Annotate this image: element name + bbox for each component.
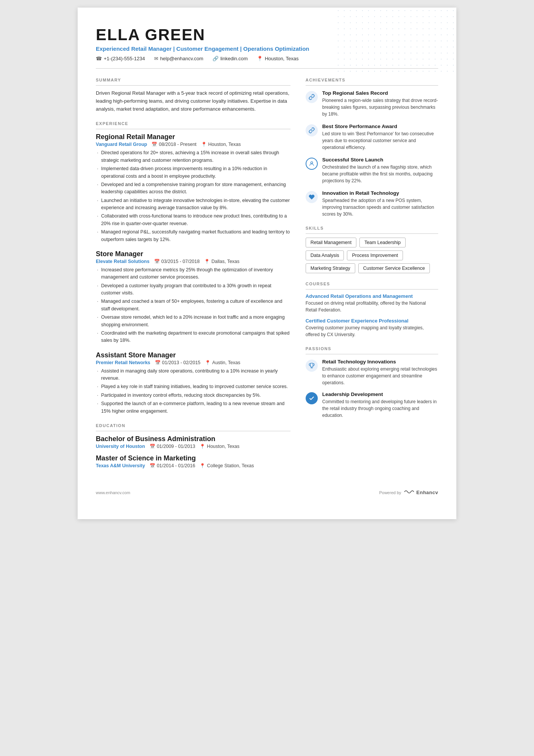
bullet: Played a key role in staff training init… — [96, 383, 290, 390]
courses-label: COURSES — [306, 282, 438, 286]
svg-point-0 — [311, 162, 312, 164]
edu-1-meta: University of Houston 📅 01/2009 - 01/201… — [96, 444, 290, 449]
course-1-desc: Focused on driving retail profitability,… — [306, 300, 438, 313]
achievement-4-icon — [306, 191, 318, 203]
achievement-2-content: Best Store Performance Award Led store t… — [322, 124, 438, 151]
edu-1-degree: Bachelor of Business Administration — [96, 435, 290, 443]
skill-retail-management: Retail Management — [306, 238, 356, 247]
achievements-list: Top Regional Sales Record Pioneered a re… — [306, 90, 438, 218]
map-icon: 📍 — [201, 142, 207, 147]
map-icon: 📍 — [200, 444, 205, 449]
bullet: Launched an initiative to integrate inno… — [96, 197, 290, 212]
candidate-subtitle: Experienced Retail Manager | Customer En… — [96, 45, 438, 52]
achievement-2-desc: Led store to win 'Best Performance' for … — [322, 130, 438, 151]
edu-1-date: 📅 01/2009 - 01/2013 — [150, 444, 195, 449]
courses-list: Advanced Retail Operations and Managemen… — [306, 293, 438, 338]
job-3-title: Assistant Store Manager — [96, 351, 290, 359]
passion-1-content: Retail Technology Innovations Enthusiast… — [322, 359, 438, 386]
job-3-company: Premier Retail Networks — [96, 360, 150, 365]
edu-1: Bachelor of Business Administration Univ… — [96, 435, 290, 449]
achievement-4: Innovation in Retail Technology Spearhea… — [306, 190, 438, 218]
passions-label: PASSIONS — [306, 346, 438, 351]
location-icon: 📍 — [257, 56, 263, 61]
job-2: Store Manager Elevate Retail Solutions 📅… — [96, 250, 290, 344]
job-3-bullets: Assisted in managing daily store operati… — [96, 368, 290, 415]
bullet: Increased store performance metrics by 2… — [96, 266, 290, 281]
experience-divider — [96, 129, 290, 129]
bullet: Developed and led a comprehensive traini… — [96, 181, 290, 196]
svg-rect-2 — [310, 363, 313, 367]
job-1-location: 📍 Houston, Texas — [201, 142, 241, 147]
calendar-icon: 📅 — [150, 444, 155, 449]
calendar-icon: 📅 — [155, 360, 161, 365]
achievement-2-title: Best Store Performance Award — [322, 124, 438, 129]
course-1: Advanced Retail Operations and Managemen… — [306, 293, 438, 313]
bullet: Implemented data-driven process improvem… — [96, 165, 290, 180]
achievements-divider — [306, 85, 438, 86]
resume-page: ELLA GREEN Experienced Retail Manager | … — [78, 8, 456, 519]
linkedin-icon: 🔗 — [212, 56, 219, 61]
passion-2-desc: Committed to mentoring and developing fu… — [322, 398, 438, 419]
map-icon: 📍 — [204, 259, 210, 264]
achievement-3-desc: Orchestrated the launch of a new flagshi… — [322, 164, 438, 184]
edu-2-school: Texas A&M University — [96, 463, 145, 468]
job-2-bullets: Increased store performance metrics by 2… — [96, 266, 290, 344]
achievement-3-title: Successful Store Launch — [322, 157, 438, 163]
bullet: Developed a customer loyalty program tha… — [96, 282, 290, 297]
summary-label: SUMMARY — [96, 78, 290, 82]
passion-1-desc: Enthusiastic about exploring emerging re… — [322, 366, 438, 386]
bullet: Participated in inventory control effort… — [96, 392, 290, 399]
skills-label: SKILLS — [306, 226, 438, 230]
edu-2: Master of Science in Marketing Texas A&M… — [96, 454, 290, 468]
job-3: Assistant Store Manager Premier Retail N… — [96, 351, 290, 415]
passions-list: Retail Technology Innovations Enthusiast… — [306, 359, 438, 419]
linkedin-contact: 🔗 linkedin.com — [212, 56, 248, 61]
edu-2-meta: Texas A&M University 📅 01/2014 - 01/2016… — [96, 463, 290, 468]
edu-1-location: 📍 Houston, Texas — [200, 444, 239, 449]
enhancv-brand: Enhancv — [416, 490, 438, 495]
candidate-name: ELLA GREEN — [96, 26, 438, 44]
course-1-title: Advanced Retail Operations and Managemen… — [306, 293, 438, 299]
passion-2-content: Leadership Development Committed to ment… — [322, 391, 438, 419]
job-1-title: Regional Retail Manager — [96, 133, 290, 141]
passion-1: Retail Technology Innovations Enthusiast… — [306, 359, 438, 386]
header-divider — [96, 68, 438, 69]
achievement-1-content: Top Regional Sales Record Pioneered a re… — [322, 90, 438, 117]
passion-1-icon — [306, 360, 318, 372]
bullet: Directed operations for 20+ stores, achi… — [96, 149, 290, 164]
course-2-desc: Covering customer journey mapping and lo… — [306, 324, 438, 338]
calendar-icon: 📅 — [151, 142, 157, 147]
main-content: SUMMARY Driven Regional Retail Manager w… — [96, 78, 438, 474]
summary-divider — [96, 85, 290, 86]
contact-info: ☎ +1-(234)-555-1234 ✉ help@enhancv.com 🔗… — [96, 56, 438, 61]
enhancv-logo-icon — [403, 489, 414, 496]
achievement-3-content: Successful Store Launch Orchestrated the… — [322, 157, 438, 184]
summary-text: Driven Regional Retail Manager with a 5-… — [96, 89, 290, 113]
achievement-2-icon — [306, 124, 318, 136]
job-1-date: 📅 08/2018 - Present — [151, 142, 196, 147]
passion-1-title: Retail Technology Innovations — [322, 359, 438, 365]
powered-label: Powered by — [379, 490, 401, 495]
achievements-label: ACHIEVEMENTS — [306, 78, 438, 82]
skill-customer-service: Customer Service Excellence — [358, 263, 430, 273]
achievement-1: Top Regional Sales Record Pioneered a re… — [306, 90, 438, 117]
bullet: Collaborated with cross-functional teams… — [96, 213, 290, 227]
bullet: Assisted in managing daily store operati… — [96, 368, 290, 382]
header-section: ELLA GREEN Experienced Retail Manager | … — [96, 26, 438, 61]
left-column: SUMMARY Driven Regional Retail Manager w… — [96, 78, 290, 474]
bullet: Managed and coached a team of 50+ employ… — [96, 298, 290, 313]
education-divider — [96, 431, 290, 431]
footer: www.enhancv.com Powered by Enhancv — [96, 489, 438, 496]
footer-website: www.enhancv.com — [96, 490, 130, 495]
job-1: Regional Retail Manager Vanguard Retail … — [96, 133, 290, 243]
achievement-4-title: Innovation in Retail Technology — [322, 190, 438, 196]
job-2-date: 📅 03/2015 - 07/2018 — [154, 259, 200, 264]
right-column: ACHIEVEMENTS Top Regional Sales Record P… — [306, 78, 438, 474]
email-contact: ✉ help@enhancv.com — [154, 56, 203, 61]
passion-2-icon — [306, 392, 318, 404]
course-2: Certified Customer Experience Profession… — [306, 318, 438, 338]
experience-label: EXPERIENCE — [96, 121, 290, 126]
job-3-location: 📍 Austin, Texas — [205, 360, 240, 365]
job-3-date: 📅 01/2013 - 02/2015 — [155, 360, 200, 365]
bullet: Managed regional P&L, successfully navig… — [96, 229, 290, 243]
